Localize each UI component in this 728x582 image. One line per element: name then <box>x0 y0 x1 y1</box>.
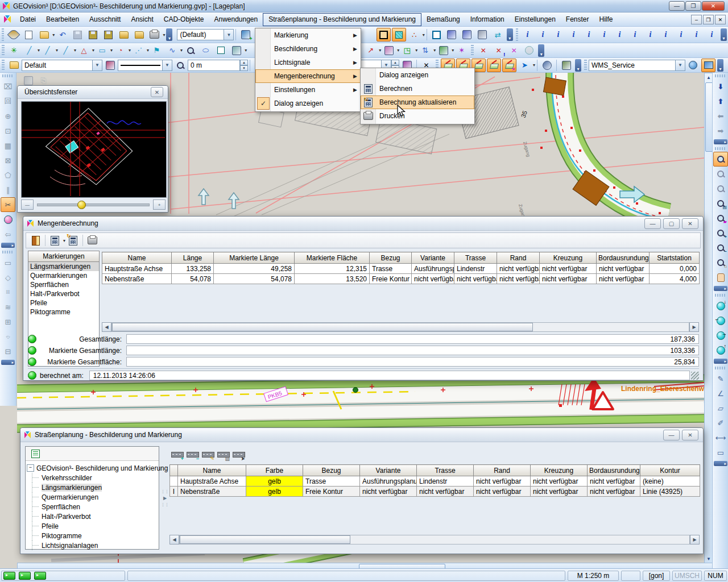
col-bordausrundung[interactable]: Bordausrundung <box>588 465 640 476</box>
layer-pick-icon[interactable] <box>103 59 117 72</box>
pan-up-icon[interactable]: ⬆ <box>713 94 728 109</box>
info-object-icon[interactable]: i <box>566 28 581 41</box>
status-led-button[interactable] <box>34 572 46 580</box>
minimize-button[interactable]: — <box>669 1 685 11</box>
edit-e-icon[interactable]: ⊞ <box>1 314 15 329</box>
toolbar-grip[interactable] <box>2 28 4 41</box>
scroll-down-icon[interactable]: ▼ <box>705 555 712 563</box>
zoom-extents-icon[interactable]: ⌂ <box>713 255 728 270</box>
mengen-titlebar[interactable]: Mengenberechnung — ▢ ✕ <box>23 217 703 231</box>
clip-object-icon[interactable]: ⊡ <box>1 123 15 138</box>
measure-icon[interactable]: ✶ <box>454 44 469 57</box>
pan-hand-icon[interactable] <box>713 270 728 285</box>
sphere-pink-icon[interactable] <box>1 212 15 227</box>
scroll-right-icon[interactable]: ▶ <box>689 322 699 332</box>
tree-item-halt-parkverbot[interactable]: Halt-/Parkverbot <box>27 512 158 521</box>
marker-frame-icon[interactable] <box>214 44 228 57</box>
trim-tool-icon[interactable]: ✂ <box>1 197 15 212</box>
zoom-page-icon[interactable]: ▤ <box>713 196 728 211</box>
info-station-icon[interactable]: i <box>613 28 627 41</box>
clip-polygon-icon[interactable]: ⬠ <box>1 168 15 182</box>
measure-area-icon[interactable]: ▱ <box>713 401 728 415</box>
col-startstation[interactable]: Startstation <box>650 252 700 264</box>
rectangle-icon[interactable]: ▭ <box>95 44 109 57</box>
delete-force-icon[interactable]: ✕! <box>491 44 506 57</box>
clip-frame-icon[interactable]: 回 <box>1 94 15 109</box>
scroll-left-icon[interactable]: ◀ <box>169 535 179 544</box>
recalculate-icon[interactable]: ↻ <box>66 234 80 247</box>
open-file-icon[interactable] <box>37 28 51 41</box>
mdi-restore-button[interactable]: ❐ <box>703 15 714 24</box>
combo-dropdown-icon[interactable]: ▼ <box>675 60 685 70</box>
scroll-right-icon[interactable]: ▶ <box>690 535 700 544</box>
col-kontur[interactable]: Kontur <box>640 465 700 476</box>
print-icon[interactable] <box>147 28 162 41</box>
clock-icon[interactable] <box>540 59 554 72</box>
export-icon[interactable] <box>117 28 131 41</box>
info-visibility-icon[interactable]: i <box>689 28 704 41</box>
menu-datei[interactable]: Datei <box>15 13 41 26</box>
info-distance-icon[interactable]: i <box>582 28 596 41</box>
layer-folder-icon[interactable] <box>7 59 21 72</box>
dialog-close-icon[interactable]: ✕ <box>682 430 698 440</box>
default-style-combobox[interactable]: (Default) ▼ <box>177 29 234 40</box>
annotate-icon[interactable]: ✐ <box>713 415 728 430</box>
zoom-slider-thumb[interactable] <box>77 201 86 209</box>
swap-arrows-icon[interactable]: ⇄ <box>491 28 505 41</box>
toolbar-overflow-icon[interactable]: ▸ <box>1 360 15 365</box>
move-view-icon[interactable]: ⇦ <box>1 227 15 242</box>
clip-parallel-icon[interactable]: ∥ <box>1 182 15 197</box>
info-area-icon[interactable]: i <box>643 28 657 41</box>
col-variante[interactable]: Variante <box>412 252 454 264</box>
col-laenge[interactable]: Länge <box>172 252 214 264</box>
strassen-hscrollbar[interactable]: ◀ ▶ <box>169 535 700 544</box>
toolbar-grip[interactable] <box>2 60 5 71</box>
point-icon[interactable]: ✳ <box>7 44 21 57</box>
snap-point-right-icon[interactable]: → <box>713 328 728 343</box>
toolbar-overflow-icon[interactable]: ▾ <box>717 59 723 72</box>
menu-ansicht[interactable]: Ansicht <box>126 13 158 26</box>
edit-a-icon[interactable]: ▭ <box>1 255 15 270</box>
edit-marking-icon[interactable]: ✎ <box>201 448 215 462</box>
temperature-icon[interactable]: ∴ <box>407 28 421 41</box>
close-button[interactable]: ✕ <box>702 1 725 11</box>
delete-line-icon[interactable]: ✕ <box>507 44 521 57</box>
sphere-gray-icon[interactable] <box>522 44 536 57</box>
edit-d-icon[interactable]: ≋ <box>1 300 15 314</box>
triangle-icon[interactable]: △ <box>77 44 91 57</box>
edit-c-icon[interactable]: ⌗ <box>1 285 15 300</box>
layer-combobox[interactable]: Default ▼ <box>22 60 102 71</box>
frame-icon[interactable] <box>429 28 444 41</box>
measure-angle-icon[interactable]: ∠ <box>713 386 728 401</box>
mengen-sidebar-header[interactable]: Markierungen <box>28 251 100 262</box>
save-all-icon[interactable] <box>86 28 100 41</box>
table-row[interactable]: Hauptstraße Achse gelb Trasse Ausführung… <box>170 476 700 487</box>
mdi-minimize-button[interactable]: – <box>691 15 702 24</box>
grid-icon[interactable] <box>229 44 243 57</box>
resize-grip[interactable] <box>691 372 699 380</box>
info-line-icon[interactable]: i <box>536 28 550 41</box>
spline-icon[interactable]: ∿ <box>165 44 179 57</box>
add-layer-icon[interactable]: + <box>238 28 253 41</box>
mark-delete-icon[interactable]: ✕ <box>502 59 516 72</box>
toolbar-overflow-icon[interactable]: ▸ <box>714 359 727 364</box>
menu-einstellungen[interactable]: Einstellungen <box>510 13 561 26</box>
polyline-icon[interactable]: ⋰ <box>131 44 146 57</box>
overview-zoom-slider[interactable] <box>37 203 150 206</box>
linestyle-pick-icon[interactable] <box>173 59 187 72</box>
menu-strassenplanung[interactable]: Straßenplanung - Beschilderung und Marki… <box>263 13 421 26</box>
menu-cad-objekte[interactable]: CAD-Objekte <box>159 13 209 26</box>
list-item-laengsmarkierungen[interactable]: Längsmarkierungen <box>28 262 99 271</box>
col-markierte-flaeche[interactable]: Markierte Fläche <box>295 252 370 264</box>
dialog-minimize-icon[interactable]: — <box>644 218 661 229</box>
wms-display-icon[interactable] <box>701 59 715 72</box>
edit-b-icon[interactable]: ◇ <box>1 270 15 285</box>
menu-information[interactable]: Information <box>465 13 510 26</box>
table-row[interactable]: Hauptstraße Achse133,258 49,25812,315 Tr… <box>102 264 700 274</box>
edit-f-icon[interactable]: ⌔ <box>1 329 15 344</box>
snap-point-left-icon[interactable]: ← <box>713 313 728 328</box>
dialog-maximize-icon[interactable]: ▢ <box>663 218 680 229</box>
col-name[interactable]: Name <box>178 465 246 476</box>
info-angle-icon[interactable]: i <box>597 28 611 41</box>
copy-marking-icon[interactable]: ▨ <box>216 448 230 462</box>
